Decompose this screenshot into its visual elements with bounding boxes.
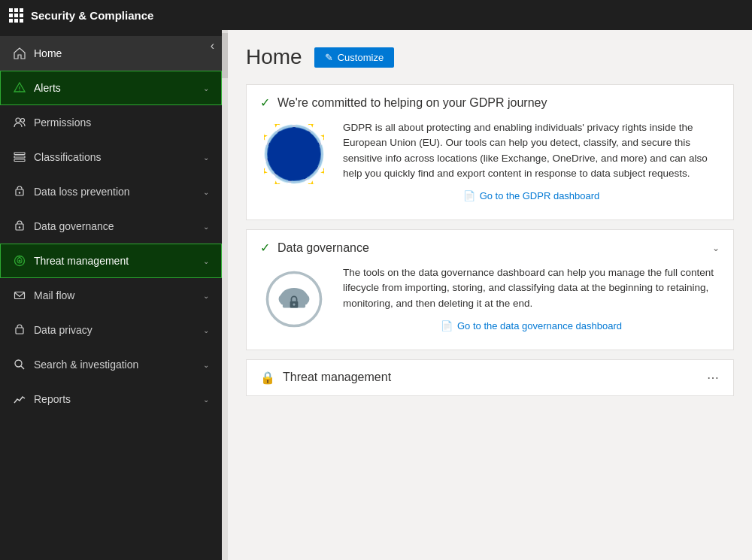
customize-button[interactable]: ✎ Customize	[314, 47, 394, 68]
gdpr-link-icon: 📄	[463, 190, 475, 201]
mail-icon	[13, 289, 26, 302]
gdpr-card-text: GDPR is all about protecting and enablin…	[343, 120, 720, 181]
sidebar-item-dlp-label: Data loss prevention	[34, 186, 130, 198]
data-governance-chevron-icon: ⌄	[712, 243, 720, 253]
sidebar-item-alerts-label: Alerts	[34, 82, 61, 94]
customize-pencil-icon: ✎	[325, 52, 333, 63]
classifications-chevron-icon: ⌄	[203, 153, 209, 162]
sidebar-nav: Home Alerts ⌄	[0, 30, 222, 416]
gdpr-card-title: We're committed to helping on your GDPR …	[277, 96, 547, 110]
cloud-governance-image	[260, 265, 328, 333]
sidebar-item-permissions-label: Permissions	[34, 117, 91, 129]
governance-link-text: Go to the data governance dashboard	[457, 320, 622, 331]
data-governance-chevron-icon: ⌄	[203, 222, 209, 231]
sidebar-item-search-label: Search & investigation	[34, 359, 138, 371]
app-grid-icon[interactable]	[9, 8, 23, 23]
svg-point-3	[21, 119, 25, 123]
svg-point-37	[293, 304, 295, 306]
svg-rect-6	[14, 159, 25, 162]
sidebar-item-mail-label: Mail flow	[34, 289, 74, 301]
search-icon	[13, 358, 26, 371]
svg-rect-14	[16, 328, 23, 334]
gdpr-card-header[interactable]: ✓ We're committed to helping on your GDP…	[247, 85, 733, 120]
svg-marker-29	[264, 130, 268, 142]
sidebar-item-mail-flow[interactable]: Mail flow ⌄	[0, 278, 222, 313]
sidebar-item-search[interactable]: Search & investigation ⌄	[0, 347, 222, 382]
svg-point-12	[19, 260, 21, 262]
data-governance-check-icon: ✓	[260, 241, 270, 255]
sidebar-item-dlp[interactable]: Data loss prevention ⌄	[0, 174, 222, 209]
home-icon	[13, 47, 26, 60]
svg-rect-5	[14, 156, 25, 159]
data-governance-card-header[interactable]: ✓ Data governance ⌄	[247, 230, 733, 265]
sidebar-collapse-button[interactable]: ‹	[211, 39, 214, 53]
governance-icon	[13, 219, 26, 233]
svg-point-15	[15, 360, 22, 367]
page-title: Home	[246, 45, 302, 69]
permissions-icon	[13, 116, 26, 129]
sidebar-item-classifications[interactable]: Classifications ⌄	[0, 140, 222, 174]
mail-chevron-icon: ⌄	[203, 292, 209, 300]
sidebar-item-privacy-label: Data privacy	[34, 324, 92, 336]
threat-management-card: 🔒 Threat management ⋯	[246, 359, 734, 396]
alert-icon	[13, 81, 26, 95]
svg-rect-4	[14, 153, 25, 155]
svg-marker-27	[264, 166, 268, 178]
sidebar-item-data-governance-label: Data governance	[34, 220, 114, 232]
gdpr-dashboard-link[interactable]: 📄 Go to the GDPR dashboard	[343, 181, 720, 204]
sidebar-item-data-privacy[interactable]: Data privacy ⌄	[0, 313, 222, 347]
data-governance-card-body: The tools on the data governance dashboa…	[247, 265, 733, 350]
sidebar-scrollbar-thumb[interactable]	[222, 33, 228, 78]
sidebar-item-reports-label: Reports	[34, 393, 71, 405]
svg-point-2	[16, 118, 20, 123]
governance-link-icon: 📄	[441, 320, 453, 331]
threat-card-title: Threat management	[283, 371, 391, 384]
dlp-icon	[13, 185, 26, 198]
reports-chevron-icon: ⌄	[203, 395, 209, 404]
threat-icon	[13, 254, 26, 268]
layout: ‹ Home	[0, 30, 752, 560]
gdpr-card: ✓ We're committed to helping on your GDP…	[246, 84, 734, 220]
threat-more-options-icon[interactable]: ⋯	[707, 371, 720, 385]
svg-marker-30	[270, 124, 282, 129]
privacy-chevron-icon: ⌄	[203, 326, 209, 334]
reports-icon	[13, 392, 26, 406]
page-header: Home ✎ Customize	[246, 45, 734, 69]
eu-flag-image	[260, 120, 328, 188]
threat-chevron-icon: ⌄	[203, 257, 209, 265]
sidebar-scrollbar[interactable]	[222, 30, 228, 560]
sidebar-item-home-label: Home	[34, 47, 62, 59]
sidebar-item-data-governance[interactable]: Data governance ⌄	[0, 209, 222, 244]
sidebar-item-threat-label: Threat management	[34, 255, 129, 267]
svg-point-1	[19, 90, 20, 91]
svg-point-10	[19, 226, 20, 228]
svg-point-8	[19, 192, 20, 193]
sidebar-item-classifications-label: Classifications	[34, 151, 101, 163]
customize-button-label: Customize	[338, 52, 384, 63]
privacy-icon	[13, 323, 26, 337]
data-governance-card-text: The tools on the data governance dashboa…	[343, 265, 720, 311]
sidebar-item-home[interactable]: Home	[0, 36, 222, 71]
threat-card-header[interactable]: 🔒 Threat management ⋯	[247, 360, 733, 395]
svg-marker-21	[320, 130, 324, 142]
svg-marker-26	[270, 180, 282, 184]
threat-lock-icon: 🔒	[260, 371, 275, 385]
sidebar-item-reports[interactable]: Reports ⌄	[0, 382, 222, 416]
gdpr-card-body: GDPR is all about protecting and enablin…	[247, 120, 733, 219]
svg-marker-24	[306, 180, 318, 184]
top-bar: Security & Compliance	[0, 0, 752, 30]
sidebar-item-permissions[interactable]: Permissions	[0, 105, 222, 140]
data-governance-card-title: Data governance	[277, 241, 369, 255]
search-chevron-icon: ⌄	[203, 361, 209, 369]
sidebar-item-threat-management[interactable]: Threat management ⌄	[0, 244, 222, 278]
svg-line-16	[21, 366, 24, 369]
sidebar-item-alerts[interactable]: Alerts ⌄	[0, 71, 222, 105]
main-content: Home ✎ Customize ✓ We're committed to he…	[228, 30, 752, 560]
data-governance-card: ✓ Data governance ⌄	[246, 229, 734, 350]
gdpr-link-text: Go to the GDPR dashboard	[480, 190, 600, 201]
svg-marker-20	[306, 124, 318, 129]
gdpr-check-icon: ✓	[260, 95, 270, 110]
dlp-chevron-icon: ⌄	[203, 188, 209, 196]
data-governance-dashboard-link[interactable]: 📄 Go to the data governance dashboard	[343, 311, 720, 334]
svg-rect-13	[15, 292, 25, 299]
